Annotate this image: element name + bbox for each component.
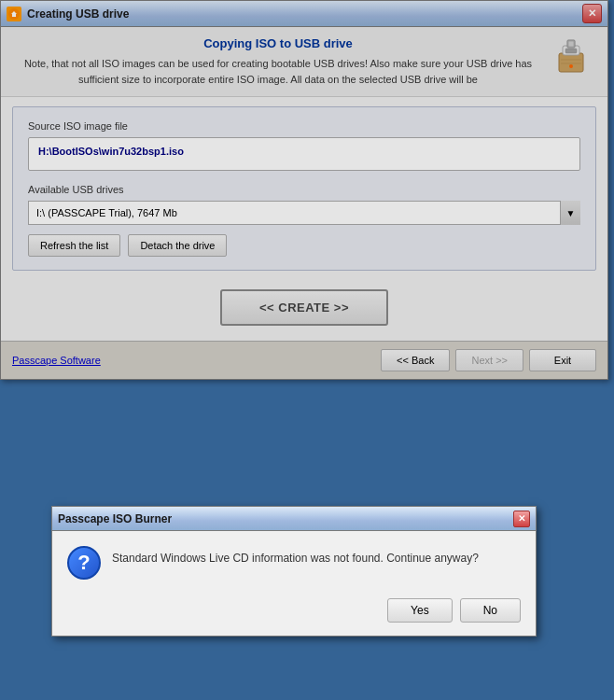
dialog-close-button[interactable]: ✕ — [513, 511, 530, 527]
dialog-question-icon: ? — [67, 546, 101, 580]
yes-button[interactable]: Yes — [387, 598, 453, 623]
dialog-message: Standard Windows Live CD information was… — [112, 546, 521, 567]
dialog-title-bar: Passcape ISO Burner ✕ — [52, 507, 536, 531]
dialog-footer: Yes No — [52, 593, 536, 636]
no-button[interactable]: No — [460, 598, 521, 623]
dialog-body: ? Standard Windows Live CD information w… — [52, 531, 536, 593]
dialog-window: Passcape ISO Burner ✕ ? Standard Windows… — [51, 506, 537, 637]
dialog-title: Passcape ISO Burner — [58, 512, 513, 525]
